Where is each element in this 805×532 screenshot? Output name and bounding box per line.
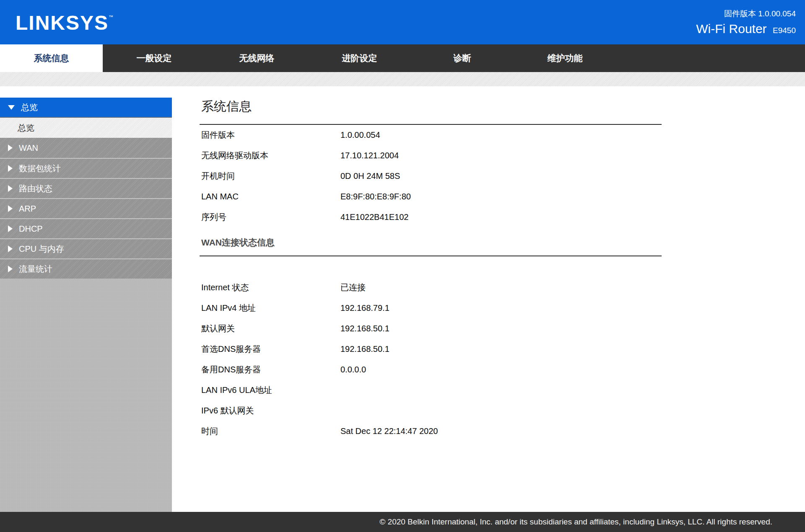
row-label: 首选DNS服务器 [201, 343, 340, 355]
copyright-text: © 2020 Belkin International, Inc. and/or… [379, 517, 772, 527]
sidebar-filler [0, 279, 172, 512]
sidebar-item-label: WAN [19, 143, 38, 153]
linksys-logo: LINKSYS™ [16, 13, 114, 33]
firmware-version-label: 固件版本 1.0.00.054 [696, 8, 796, 19]
tab-system-info[interactable]: 系统信息 [0, 44, 103, 72]
triangle-right-icon [8, 266, 13, 272]
row-label: 序列号 [201, 212, 340, 223]
info-row-serial: 序列号 41E1022B41E102 [200, 207, 662, 227]
row-value: 0D 0H 24M 58S [340, 171, 662, 181]
product-name: Wi-Fi Router [696, 22, 766, 36]
triangle-right-icon [8, 145, 13, 151]
product-model: E9450 [773, 26, 796, 35]
info-row-lan-ipv6-ula: LAN IPv6 ULA地址 [200, 380, 662, 400]
sidebar-item-label: ARP [19, 204, 36, 214]
wan-section-title: WAN连接状态信息 [200, 237, 662, 248]
info-row-ipv6-gateway: IPv6 默认网关 [200, 400, 662, 421]
info-row-lan-ipv4: LAN IPv4 地址 192.168.79.1 [200, 298, 662, 318]
tab-diagnostics[interactable]: 诊断 [411, 44, 514, 72]
row-value: 17.10.121.2004 [340, 151, 662, 160]
row-label: 无线网络驱动版本 [201, 150, 340, 161]
row-label: 时间 [201, 426, 340, 437]
row-value: E8:9F:80:E8:9F:80 [340, 192, 662, 201]
triangle-down-icon [8, 105, 15, 110]
sidebar-item-label: 流量统计 [19, 263, 52, 275]
row-value: 192.168.79.1 [340, 303, 662, 313]
main-panel: 系统信息 固件版本 1.0.00.054 无线网络驱动版本 17.10.121.… [172, 86, 805, 512]
sidebar-item-label: DHCP [19, 224, 43, 234]
sidebar-item-packet-stats[interactable]: 数据包统计 [0, 158, 172, 178]
app-footer: © 2020 Belkin International, Inc. and/or… [0, 512, 805, 532]
main-nav-tabbar: 系统信息 一般设定 无线网络 进阶设定 诊断 维护功能 [0, 44, 805, 72]
info-row-secondary-dns: 备用DNS服务器 0.0.0.0 [200, 359, 662, 380]
info-row-default-gateway: 默认网关 192.168.50.1 [200, 318, 662, 339]
tab-wireless[interactable]: 无线网络 [205, 44, 308, 72]
sidebar-item-arp[interactable]: ARP [0, 198, 172, 218]
sidebar-item-overview[interactable]: 总览 [0, 98, 172, 118]
row-label: 备用DNS服务器 [201, 364, 340, 375]
info-row-uptime: 开机时间 0D 0H 24M 58S [200, 166, 662, 186]
row-label: 默认网关 [201, 323, 340, 334]
sidebar: 总览 总览 WAN 数据包统计 路由状态 ARP [0, 86, 172, 512]
row-label: 开机时间 [201, 170, 340, 182]
triangle-right-icon [8, 185, 13, 192]
row-value: Sat Dec 12 22:14:47 2020 [340, 426, 662, 436]
system-info-content: 系统信息 固件版本 1.0.00.054 无线网络驱动版本 17.10.121.… [200, 86, 662, 442]
sidebar-item-routing-status[interactable]: 路由状态 [0, 178, 172, 198]
row-label: LAN IPv4 地址 [201, 302, 340, 314]
header-right: 固件版本 1.0.00.054 Wi-Fi Router E9450 [696, 8, 796, 36]
row-value: 41E1022B41E102 [340, 212, 662, 222]
app-header: LINKSYS™ 固件版本 1.0.00.054 Wi-Fi Router E9… [0, 0, 805, 44]
info-row-firmware: 固件版本 1.0.00.054 [200, 125, 662, 145]
sidebar-item-dhcp[interactable]: DHCP [0, 218, 172, 238]
info-row-primary-dns: 首选DNS服务器 192.168.50.1 [200, 339, 662, 359]
row-label: LAN IPv6 ULA地址 [201, 385, 340, 396]
row-value: 1.0.00.054 [340, 130, 662, 140]
info-row-wireless-driver: 无线网络驱动版本 17.10.121.2004 [200, 145, 662, 166]
sidebar-item-label: 路由状态 [19, 183, 52, 194]
sidebar-item-cpu-memory[interactable]: CPU 与内存 [0, 238, 172, 258]
triangle-right-icon [8, 165, 13, 172]
sidebar-item-label: CPU 与内存 [19, 243, 64, 255]
trademark-mark: ™ [109, 14, 114, 19]
router-admin-page: LINKSYS™ 固件版本 1.0.00.054 Wi-Fi Router E9… [0, 0, 805, 532]
sidebar-subitem-label: 总览 [18, 122, 34, 134]
sidebar-item-traffic-stats[interactable]: 流量统计 [0, 258, 172, 279]
content-layout: 总览 总览 WAN 数据包统计 路由状态 ARP [0, 86, 805, 512]
row-label: 固件版本 [201, 129, 340, 141]
triangle-right-icon [8, 245, 13, 252]
info-row-internet-status: Internet 状态 已连接 [200, 277, 662, 298]
sidebar-item-wan[interactable]: WAN [0, 138, 172, 158]
row-label: LAN MAC [201, 192, 340, 201]
tab-maintenance[interactable]: 维护功能 [514, 44, 616, 72]
row-value: 192.168.50.1 [340, 324, 662, 333]
row-value: 0.0.0.0 [340, 365, 662, 374]
row-value: 已连接 [340, 282, 662, 293]
info-row-lan-mac: LAN MAC E8:9F:80:E8:9F:80 [200, 186, 662, 207]
tab-general-settings[interactable]: 一般设定 [103, 44, 205, 72]
sidebar-item-label: 数据包统计 [19, 163, 61, 174]
sidebar-subitem-overview[interactable]: 总览 [0, 118, 172, 138]
page-title: 系统信息 [200, 99, 662, 114]
row-label: IPv6 默认网关 [201, 405, 340, 416]
row-label: Internet 状态 [201, 282, 340, 293]
spacer [200, 256, 662, 277]
info-row-time: 时间 Sat Dec 12 22:14:47 2020 [200, 421, 662, 442]
triangle-right-icon [8, 205, 13, 212]
sidebar-item-label: 总览 [21, 102, 38, 113]
tab-advanced-settings[interactable]: 进阶设定 [308, 44, 411, 72]
divider-band [0, 72, 805, 86]
triangle-right-icon [8, 225, 13, 232]
product-line: Wi-Fi Router E9450 [696, 22, 796, 36]
row-value: 192.168.50.1 [340, 344, 662, 354]
logo-text: LINKSYS [16, 12, 109, 34]
